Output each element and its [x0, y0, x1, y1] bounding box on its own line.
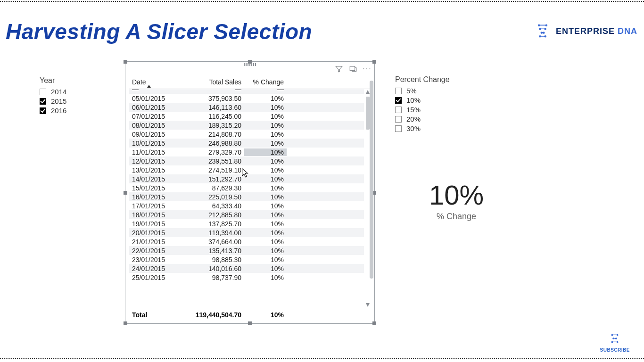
- cell-total-sales: 374,664.00: [183, 238, 244, 246]
- table-row[interactable]: 09/01/2015214,808.7010%: [129, 130, 364, 139]
- cell-total-sales: 279,329.70: [183, 148, 244, 156]
- drag-grip-icon[interactable]: [244, 63, 256, 66]
- pct-option[interactable]: 5%: [395, 87, 489, 95]
- cell-pct-change: 10%: [244, 113, 287, 120]
- table-row[interactable]: 22/01/2015135,413.7010%: [129, 246, 364, 255]
- table-row[interactable]: 14/01/2015151,292.7010%: [129, 174, 364, 183]
- checkbox-icon[interactable]: [395, 97, 402, 104]
- resize-handle[interactable]: [372, 321, 376, 325]
- table-row[interactable]: 25/01/201598,737.9010%: [129, 273, 364, 282]
- dna-icon: [608, 332, 622, 346]
- cell-date: 13/01/2015: [131, 166, 183, 174]
- scroll-down-icon[interactable]: [366, 303, 370, 307]
- scroll-up-icon[interactable]: [366, 90, 370, 94]
- pct-option-label: 30%: [406, 124, 421, 132]
- table-row[interactable]: 16/01/2015225,019.5010%: [129, 192, 364, 201]
- cell-pct-change: 10%: [244, 131, 287, 138]
- cell-pct-change: 10%: [244, 140, 287, 147]
- brand-name-b: DNA: [618, 26, 637, 36]
- cell-total-sales: 98,737.90: [183, 274, 244, 281]
- table-row[interactable]: 07/01/2015116,245.0010%: [129, 112, 364, 121]
- pct-option[interactable]: 30%: [395, 124, 489, 132]
- table-row[interactable]: 10/01/2015246,988.8010%: [129, 139, 364, 148]
- scrollbar-outer[interactable]: [370, 81, 373, 279]
- checkbox-icon[interactable]: [40, 98, 46, 105]
- column-header-total-sales[interactable]: Total Sales: [183, 78, 244, 86]
- year-option[interactable]: 2015: [40, 97, 110, 105]
- table-row[interactable]: 20/01/2015119,394.0010%: [129, 228, 364, 237]
- table-row[interactable]: 12/01/2015239,551.8010%: [129, 156, 364, 165]
- checkbox-icon[interactable]: [40, 89, 46, 95]
- table-row[interactable]: ———: [129, 89, 364, 94]
- table-header-row[interactable]: Date Total Sales % Change: [129, 77, 371, 89]
- pct-option-label: 5%: [406, 87, 417, 95]
- pct-change-card[interactable]: 10% % Change: [395, 179, 518, 222]
- table-row[interactable]: 06/01/2015146,113.6010%: [129, 103, 364, 112]
- page-bottom-border: [0, 358, 644, 359]
- table-row[interactable]: 11/01/2015279,329.7010%: [129, 148, 364, 156]
- cell-date: 06/01/2015: [131, 104, 183, 111]
- cell-pct-change: 10%: [244, 274, 287, 281]
- table-row[interactable]: 05/01/2015375,903.5010%: [129, 94, 364, 103]
- checkbox-icon[interactable]: [395, 125, 402, 132]
- subscribe-button[interactable]: SUBSCRIBE: [600, 332, 630, 353]
- cell-date: 18/01/2015: [131, 211, 183, 219]
- cell-date: 10/01/2015: [131, 140, 183, 147]
- total-sales: 119,440,504.70: [183, 311, 244, 319]
- table-body[interactable]: ——— 05/01/2015375,903.5010%06/01/2015146…: [129, 89, 371, 308]
- cell-date: 22/01/2015: [131, 247, 183, 255]
- resize-handle[interactable]: [124, 321, 127, 325]
- total-pct: 10%: [244, 311, 287, 319]
- cell-date: 24/01/2015: [131, 265, 183, 272]
- table-visual[interactable]: ··· Date Total Sales % Change ——— 05/01/…: [125, 61, 375, 324]
- more-options-icon[interactable]: ···: [363, 65, 372, 73]
- checkbox-icon[interactable]: [40, 107, 46, 114]
- checkbox-icon[interactable]: [395, 107, 402, 113]
- card-value: 10%: [395, 179, 518, 211]
- checkbox-icon[interactable]: [395, 88, 402, 94]
- checkbox-icon[interactable]: [395, 116, 402, 123]
- cell-date: 16/01/2015: [131, 193, 183, 201]
- filter-icon[interactable]: [335, 65, 343, 73]
- svg-rect-21: [613, 342, 617, 342]
- pct-option[interactable]: 10%: [395, 96, 489, 104]
- cell-total-sales: 146,113.60: [183, 104, 244, 111]
- focus-mode-icon[interactable]: [349, 65, 357, 73]
- card-label: % Change: [395, 212, 518, 222]
- svg-rect-10: [542, 32, 544, 33]
- table-row[interactable]: 18/01/2015212,885.8010%: [129, 210, 364, 219]
- scroll-thumb[interactable]: [366, 97, 370, 130]
- pct-option[interactable]: 20%: [395, 115, 489, 123]
- cell-date: 08/01/2015: [131, 122, 183, 129]
- year-option[interactable]: 2014: [40, 88, 110, 96]
- resize-handle[interactable]: [248, 321, 252, 325]
- cell-pct-change: 10%: [244, 175, 287, 183]
- page-top-border: [0, 1, 644, 2]
- cell-total-sales: 375,903.50: [183, 95, 244, 102]
- cell-total-sales: 225,019.50: [183, 193, 244, 201]
- cell-total-sales: 246,988.80: [183, 140, 244, 147]
- pct-option[interactable]: 15%: [395, 106, 489, 114]
- year-option[interactable]: 2016: [40, 107, 110, 115]
- resize-handle[interactable]: [372, 60, 376, 64]
- resize-handle[interactable]: [124, 191, 127, 195]
- cell-date: 09/01/2015: [131, 131, 183, 138]
- percent-change-slicer[interactable]: Percent Change 5%10%15%20%30%: [395, 75, 489, 132]
- table-row[interactable]: 19/01/2015137,825.7010%: [129, 219, 364, 228]
- year-option-label: 2014: [51, 88, 66, 96]
- cell-date: 17/01/2015: [131, 202, 183, 210]
- table-row[interactable]: 08/01/2015189,315.2010%: [129, 121, 364, 130]
- column-header-pct-change[interactable]: % Change: [244, 78, 287, 86]
- table-row[interactable]: 24/01/2015140,016.6010%: [129, 264, 364, 273]
- resize-handle[interactable]: [124, 60, 127, 64]
- table-row[interactable]: 17/01/201564,333.4010%: [129, 201, 364, 210]
- table-row[interactable]: 21/01/2015374,664.0010%: [129, 237, 364, 246]
- brand-text: ENTERPRISE DNA: [556, 26, 637, 36]
- column-header-date[interactable]: Date: [131, 78, 183, 86]
- table-row[interactable]: 13/01/2015274,519.1010%: [129, 165, 364, 174]
- table-row[interactable]: 23/01/201598,885.3010%: [129, 255, 364, 264]
- sort-asc-icon: [147, 85, 151, 88]
- cell-date: 25/01/2015: [131, 274, 183, 281]
- table-row[interactable]: 15/01/201587,629.3010%: [129, 183, 364, 192]
- year-slicer[interactable]: Year 201420152016: [40, 76, 110, 115]
